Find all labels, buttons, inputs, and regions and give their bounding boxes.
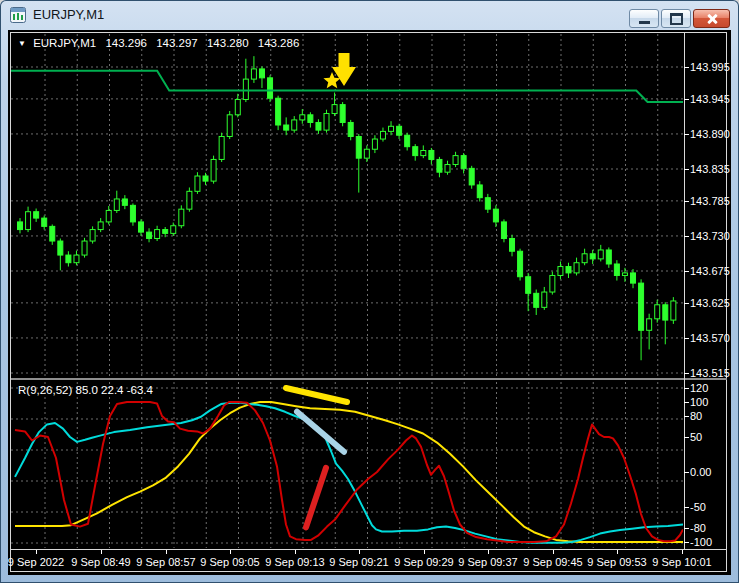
candle-body (477, 185, 482, 198)
candle-body (631, 273, 636, 283)
candle-body (300, 115, 305, 120)
candle-body (18, 222, 23, 230)
candle-body (389, 126, 394, 131)
candle-body (243, 79, 248, 99)
minimize-button[interactable] (629, 9, 659, 28)
candle-body (485, 198, 490, 209)
candle-body (421, 151, 426, 156)
header-open: 143.296 (105, 37, 147, 49)
candle-body (510, 238, 515, 251)
candle-body (308, 115, 313, 123)
candle-body (542, 292, 547, 307)
candle-body (203, 176, 208, 181)
candle-body (380, 131, 385, 139)
indicator-pane[interactable] (11, 381, 683, 549)
candle-body (469, 168, 474, 185)
candle-body (251, 69, 256, 79)
candle-body (276, 98, 281, 125)
window-title: EURJPY,M1 (33, 7, 104, 22)
candle-body (292, 120, 297, 130)
candle-body (461, 156, 466, 169)
candle-body (82, 241, 87, 255)
candle-body (66, 255, 71, 263)
candle-body (90, 230, 95, 241)
candle-body (42, 218, 47, 226)
candle-body (518, 251, 523, 276)
candle-body (259, 69, 264, 78)
candle-body (364, 149, 369, 158)
candle-body (606, 250, 611, 264)
candle-body (227, 115, 232, 137)
candle-body (235, 100, 240, 115)
candle-body (332, 105, 337, 114)
candle-body (590, 254, 595, 259)
main-price-pane[interactable] (11, 33, 683, 378)
candle-body (187, 191, 192, 209)
candle-body (195, 176, 200, 191)
minimize-icon (639, 21, 650, 24)
candle-body (98, 222, 103, 230)
candle-body (316, 122, 321, 130)
candle-body (614, 264, 619, 275)
candle-body (453, 156, 458, 165)
indicator-line-cyan-mid-line (15, 403, 683, 543)
time-axis-separator (11, 549, 727, 550)
trend-mark-yellow (286, 388, 347, 402)
candle-body (582, 254, 587, 263)
candle-body (340, 105, 345, 123)
candle-body (155, 230, 160, 239)
candle-body (671, 301, 676, 320)
header-close: 143.286 (258, 37, 300, 49)
collapse-triangle-icon[interactable]: ▼ (18, 39, 26, 48)
indicator-line-yellow-slow-line (15, 402, 683, 542)
candle-body (284, 125, 289, 130)
candle-body (622, 273, 627, 276)
candle-body (348, 122, 353, 136)
candle-body (566, 267, 571, 273)
candle-body (324, 114, 329, 131)
header-symbol: EURJPY,M1 (33, 37, 96, 49)
candle-body (501, 222, 506, 239)
candle-body (179, 209, 184, 226)
candle-body (639, 283, 644, 330)
candle-body (397, 126, 402, 135)
chart-ohlc-header: ▼ EURJPY,M1 143.296 143.297 143.280 143.… (18, 37, 305, 49)
candle-body (74, 255, 79, 263)
restore-button[interactable] (661, 9, 691, 28)
candle-body (147, 232, 152, 238)
header-high: 143.297 (156, 37, 198, 49)
header-low: 143.280 (207, 37, 249, 49)
candle-body (429, 151, 434, 160)
candle-body (106, 210, 111, 221)
candlesticks (18, 56, 676, 360)
close-button[interactable] (693, 9, 730, 28)
candle-body (574, 263, 579, 273)
trend-mark-lightblue (297, 412, 344, 452)
price-axis-separator (684, 33, 685, 549)
candle-body (437, 159, 442, 172)
candle-body (413, 147, 418, 156)
candle-body (663, 305, 668, 320)
main-grid (11, 34, 683, 377)
candle-body (163, 230, 168, 234)
window-controls (629, 9, 730, 28)
indicator-label: R(9,26,52) 85.0 22.4 -63.4 (18, 384, 153, 396)
candle-body (211, 159, 216, 181)
candle-body (138, 222, 143, 232)
candle-body (550, 275, 555, 292)
mt4-chart-window: EURJPY,M1 ▼ EURJPY,M1 143.296 143.297 14… (0, 0, 739, 583)
candle-body (598, 250, 603, 259)
candle-body (405, 135, 410, 146)
pane-separator[interactable] (11, 378, 727, 380)
candle-body (58, 241, 63, 255)
candle-body (171, 226, 176, 234)
candle-body (647, 319, 652, 330)
candle-body (26, 212, 31, 230)
titlebar[interactable]: EURJPY,M1 (0, 0, 739, 30)
trend-mark-red (306, 468, 326, 528)
candle-body (493, 209, 498, 222)
candle-body (534, 293, 539, 307)
indicator-line-red-fast-line (15, 402, 683, 542)
candle-body (526, 277, 531, 294)
app-icon (10, 7, 26, 23)
